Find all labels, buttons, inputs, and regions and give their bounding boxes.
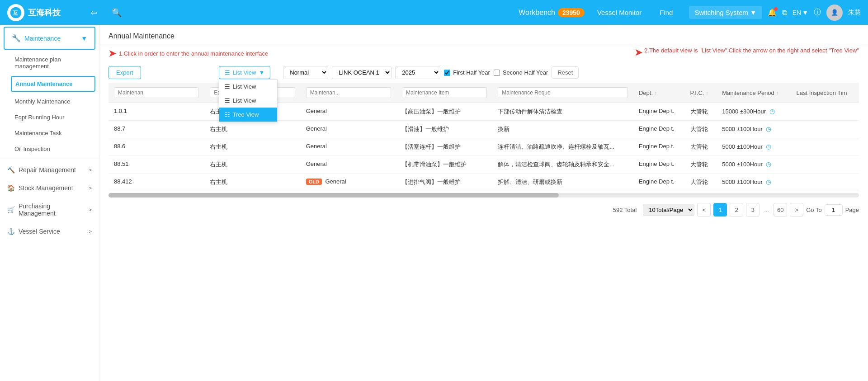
sidebar-item-vessel[interactable]: ⚓ Vessel Service >: [0, 222, 99, 240]
cell-num-1: 88.7: [108, 121, 204, 138]
page-button-1[interactable]: 1: [713, 203, 727, 216]
page-button-2[interactable]: 2: [730, 203, 743, 216]
notification-bell[interactable]: 🔔: [768, 8, 777, 17]
cell-pic-0: 大管轮: [685, 103, 717, 121]
view-option-list1[interactable]: ☰ List View: [219, 80, 277, 94]
cell-dept-0: Engine Dep t.: [633, 103, 685, 121]
goto-input[interactable]: [825, 204, 843, 216]
sidebar-sub-eqpt[interactable]: Eqpt Running Hour: [7, 109, 99, 125]
page-button-60[interactable]: 60: [774, 203, 787, 216]
cell-item-2: 【活塞连杆】一般维护: [396, 138, 492, 156]
first-half-label: First Half Year: [453, 69, 490, 76]
page-button-3[interactable]: 3: [746, 203, 760, 216]
lang-arrow: ▼: [802, 9, 808, 16]
stock-arrow: >: [89, 185, 92, 191]
cell-type-4: OLD General: [301, 174, 396, 191]
lang-label: EN: [793, 9, 801, 16]
cell-eqpt-2: 右主机: [204, 138, 300, 156]
repair-label: Repair Management: [19, 166, 76, 174]
horizontal-scrollbar[interactable]: [108, 193, 859, 198]
language-button[interactable]: EN ▼: [793, 9, 808, 16]
col-dept[interactable]: Dept. ↕: [633, 83, 685, 103]
filter-maintenan[interactable]: [114, 87, 199, 98]
cell-type-0: General: [301, 103, 396, 121]
sidebar-sub-plan[interactable]: Maintenance plan management: [7, 52, 99, 74]
view-dropdown-button[interactable]: ☰ List View ▼: [219, 66, 271, 79]
cell-req-1: 换新: [492, 121, 633, 138]
clock-icon: ◷: [766, 143, 771, 150]
filter-maint-req[interactable]: [498, 87, 628, 98]
first-half-checkbox[interactable]: [444, 70, 450, 76]
back-button[interactable]: ⇦: [87, 6, 101, 19]
clock-icon: ◷: [766, 178, 771, 185]
cell-pic-2: 大管轮: [685, 138, 717, 156]
cell-pic-4: 大管轮: [685, 174, 717, 191]
sidebar-item-maintenance[interactable]: 🔧 Maintenance ▼: [4, 27, 95, 50]
annotation-text-1: 1.Click in order to enter the annual mai…: [119, 50, 268, 57]
purchasing-icon: 🛒: [7, 206, 15, 213]
sidebar-item-purchasing[interactable]: 🛒 Purchasing Management >: [0, 197, 99, 222]
page-size-select[interactable]: 10Total/Page: [643, 204, 694, 216]
page-next-button[interactable]: >: [790, 203, 803, 216]
arrow-icon-2: ➤: [635, 47, 642, 58]
col-pic[interactable]: P.I.C. ↕: [685, 83, 717, 103]
top-navigation: 互 互海科技 ⇦ 🔍 Workbench 23950 Vessel Monito…: [0, 0, 868, 25]
dept-sort-icon: ↕: [655, 90, 657, 95]
filter-group: Normal LINK OCEAN 1 2025 First Half Year…: [283, 66, 579, 79]
view-option-list2[interactable]: ☰ List View: [219, 94, 277, 108]
cell-dept-2: Engine Dep t.: [633, 138, 685, 156]
cell-req-0: 下部传动件解体清洁检查: [492, 103, 633, 121]
user-name: 朱慧: [848, 9, 861, 17]
filter-maint-item[interactable]: [402, 87, 487, 98]
user-avatar[interactable]: 👤: [826, 5, 843, 21]
sidebar-sub-monthly[interactable]: Monthly Maintenance: [7, 94, 99, 109]
sidebar-item-stock[interactable]: 🏠 Stock Management >: [0, 179, 99, 197]
second-half-checkbox[interactable]: [494, 70, 500, 76]
col-maint-req: [492, 83, 633, 103]
view-dropdown-menu: ☰ List View ☰ List View ☷ Tree View: [219, 79, 278, 122]
workbench-label: Workbench: [519, 9, 555, 17]
cell-num-2: 88.6: [108, 138, 204, 156]
cell-inspection-4: [791, 174, 859, 191]
vessel-monitor-link[interactable]: Vessel Monitor: [592, 9, 647, 16]
cell-item-0: 【高压油泵】一般维护: [396, 103, 492, 121]
cell-period-4: 5000 ±100Hour ◷: [717, 174, 791, 191]
help-button[interactable]: ⓘ: [814, 8, 821, 17]
view-option-tree[interactable]: ☷ Tree View: [219, 108, 277, 122]
sidebar-sub-annual[interactable]: Annual Maintenance: [11, 76, 95, 92]
cell-type-2: General: [301, 138, 396, 156]
second-half-label: Second Half Year: [503, 69, 548, 76]
workbench-button[interactable]: Workbench 23950: [519, 8, 585, 17]
sidebar-item-repair[interactable]: 🔨 Repair Management >: [0, 161, 99, 179]
table-wrapper: Dept. ↕ P.I.C. ↕ Mainten: [99, 83, 868, 191]
old-badge: OLD: [306, 179, 322, 185]
export-button[interactable]: Export: [108, 66, 141, 79]
normal-select[interactable]: Normal: [283, 66, 328, 79]
page-ellipsis: ...: [762, 207, 771, 213]
vessel-select[interactable]: LINK OCEAN 1: [332, 66, 392, 79]
sidebar-sub-oil[interactable]: Oil Inspection: [7, 141, 99, 157]
filter-maint-type[interactable]: [306, 87, 391, 98]
col-maint-item: [396, 83, 492, 103]
page-prev-button[interactable]: <: [697, 203, 711, 216]
scrollbar-thumb[interactable]: [108, 193, 559, 198]
switching-system-button[interactable]: Switching System ▼: [689, 6, 762, 19]
fullscreen-button[interactable]: ⧉: [782, 9, 787, 17]
cell-inspection-2: [791, 138, 859, 156]
col-period[interactable]: Maintenance Period ↕: [717, 83, 791, 103]
cell-req-3: 解体，清洁检查球阀、齿轮轴及轴承和安全...: [492, 156, 633, 174]
clock-icon: ◷: [769, 108, 775, 115]
find-link[interactable]: Find: [654, 9, 678, 16]
maintenance-label: Maintenance: [24, 35, 61, 42]
search-button[interactable]: 🔍: [108, 6, 125, 19]
cell-period-0: 15000 ±300Hour ◷: [717, 103, 791, 121]
reset-button[interactable]: Reset: [552, 66, 579, 79]
switching-system-arrow: ▼: [750, 9, 757, 16]
sidebar: 🔧 Maintenance ▼ Maintenance plan managem…: [0, 25, 99, 381]
workbench-badge: 23950: [558, 8, 585, 17]
clock-icon: ◷: [766, 125, 771, 132]
sidebar-sub-task[interactable]: Maintenance Task: [7, 125, 99, 141]
cell-num-3: 88.51: [108, 156, 204, 174]
cell-dept-4: Engine Dep t.: [633, 174, 685, 191]
year-select[interactable]: 2025: [395, 66, 440, 79]
